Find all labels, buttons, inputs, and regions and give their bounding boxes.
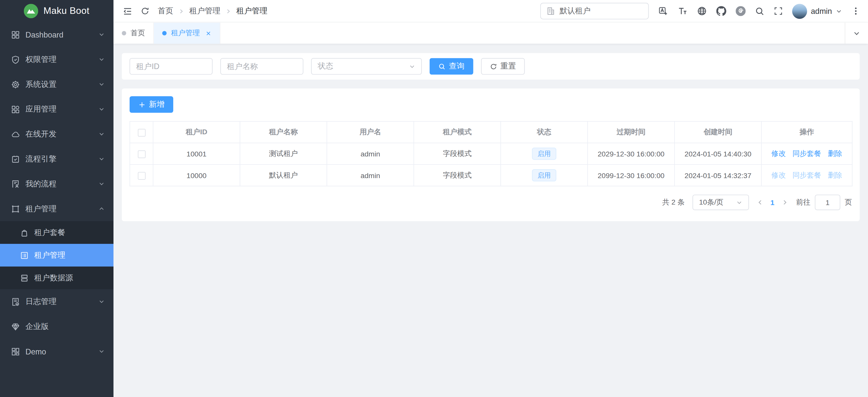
user-name: admin: [811, 6, 832, 15]
sidebar-item-online-dev[interactable]: 在线开发: [0, 122, 114, 146]
refresh-page-button[interactable]: [141, 6, 150, 15]
tab-list-dropdown-button[interactable]: [845, 23, 868, 43]
sync-package-link[interactable]: 同步套餐: [792, 171, 821, 179]
diamond-icon: [11, 322, 20, 331]
gitee-icon: [736, 6, 746, 16]
sync-package-link[interactable]: 同步套餐: [792, 150, 821, 158]
row-checkbox[interactable]: [137, 151, 145, 158]
chevron-right-icon: [225, 8, 231, 14]
cell-username: admin: [327, 165, 414, 186]
search-button[interactable]: [755, 6, 764, 15]
sidebar-item-demo[interactable]: Demo: [0, 339, 114, 364]
font-size-button[interactable]: [677, 6, 687, 16]
github-icon: [716, 6, 726, 16]
tab-home[interactable]: 首页: [114, 23, 154, 43]
search-button-label: 查询: [449, 62, 464, 71]
goto-page: 前往 页: [796, 195, 852, 210]
page-number[interactable]: 1: [770, 198, 774, 206]
sidebar-item-label: 应用管理: [26, 104, 99, 114]
search-icon: [438, 63, 446, 70]
page-size-select[interactable]: 10条/页: [692, 195, 749, 210]
translate-button[interactable]: [658, 6, 668, 16]
fullscreen-button[interactable]: [774, 6, 782, 15]
sidebar-item-label: 企业版: [26, 322, 105, 331]
language-globe-button[interactable]: [697, 6, 707, 16]
edit-link[interactable]: 修改: [771, 171, 786, 179]
delete-link[interactable]: 删除: [828, 150, 842, 158]
building-icon: [546, 6, 555, 15]
edit-link[interactable]: 修改: [771, 150, 786, 158]
grid-icon: [11, 30, 20, 39]
sidebar-item-workflow-engine[interactable]: 流程引擎: [0, 146, 114, 171]
sidebar-item-tenant-manage[interactable]: 租户管理: [0, 244, 114, 266]
refresh-icon: [141, 6, 150, 15]
list-icon: [20, 251, 29, 260]
status-select[interactable]: 状态: [311, 58, 422, 74]
prev-page-icon[interactable]: [756, 199, 763, 205]
chevron-down-icon: [99, 349, 105, 355]
layout-settings-button[interactable]: [851, 6, 860, 15]
sidebar-item-label: 租户管理: [34, 250, 105, 260]
tenant-id-input[interactable]: [130, 58, 213, 74]
demo-grid-icon: [11, 347, 20, 356]
sidebar-item-tenant-management[interactable]: 租户管理: [0, 196, 114, 221]
column-header: 过期时间: [588, 122, 675, 143]
avatar: [792, 3, 807, 19]
breadcrumb-tenant-group[interactable]: 租户管理: [189, 6, 220, 16]
chevron-down-icon: [99, 298, 105, 304]
collapse-sidebar-button[interactable]: [123, 6, 132, 15]
sidebar-item-app-management[interactable]: 应用管理: [0, 97, 114, 122]
sidebar-item-label: 日志管理: [26, 297, 99, 307]
pagination: 共 2 条 10条/页 1 前往 页: [130, 195, 852, 210]
tab-tenant-management[interactable]: 租户管理: [154, 23, 220, 43]
app-logo: Maku Boot: [0, 0, 114, 22]
apps-icon: [11, 105, 20, 113]
app-title: Maku Boot: [43, 5, 89, 16]
tenant-name-input[interactable]: [220, 58, 303, 74]
cell-create-time: 2024-01-05 14:32:37: [675, 165, 762, 186]
reset-button[interactable]: 重置: [481, 58, 525, 74]
table-row: 10001 测试租户 admin 字段模式 启用 2029-12-30 16:0…: [130, 143, 852, 165]
search-button[interactable]: 查询: [430, 58, 473, 74]
user-menu[interactable]: admin: [792, 3, 842, 19]
cell-tenant-id: 10001: [153, 143, 240, 165]
column-header: 创建时间: [675, 122, 762, 143]
status-badge: 启用: [532, 169, 556, 181]
sidebar-item-tenant-package[interactable]: 租户套餐: [0, 221, 114, 244]
fold-icon: [123, 6, 132, 15]
tenant-select[interactable]: 默认租户: [540, 3, 649, 20]
cell-expire-time: 2099-12-30 16:00:00: [588, 165, 675, 186]
row-checkbox[interactable]: [137, 172, 145, 179]
plus-icon: [138, 101, 146, 108]
next-page-icon[interactable]: [781, 199, 788, 205]
sidebar-item-my-workflow[interactable]: 我的流程: [0, 171, 114, 196]
header-select-all: [130, 122, 153, 143]
sidebar-item-permissions[interactable]: 权限管理: [0, 47, 114, 72]
breadcrumb-home[interactable]: 首页: [158, 6, 173, 16]
cell-tenant-mode: 字段模式: [414, 165, 501, 186]
topbar: 首页 租户管理 租户管理 默认租户: [114, 0, 868, 22]
sidebar-item-tenant-datasource[interactable]: 租户数据源: [0, 266, 114, 289]
tab-label: 首页: [131, 28, 145, 38]
gitee-button[interactable]: [736, 6, 746, 16]
sidebar-item-system-settings[interactable]: 系统设置: [0, 72, 114, 97]
cell-tenant-id: 10000: [153, 165, 240, 186]
close-icon[interactable]: [205, 30, 211, 36]
gear-icon: [11, 80, 20, 89]
chevron-down-icon: [99, 106, 105, 112]
select-all-checkbox[interactable]: [137, 129, 145, 136]
sidebar-item-dashboard[interactable]: Dashboard: [0, 22, 114, 47]
add-button[interactable]: 新增: [130, 96, 173, 113]
fullscreen-icon: [774, 6, 782, 15]
tenant-submenu: 租户套餐 租户管理 租户数据源: [0, 221, 114, 289]
chevron-down-icon: [99, 131, 105, 137]
document-check-icon: [11, 297, 20, 306]
goto-page-input[interactable]: [815, 195, 840, 210]
shield-check-icon: [11, 55, 20, 64]
tab-dot: [122, 31, 126, 35]
sidebar-item-label: 在线开发: [26, 129, 99, 139]
delete-link[interactable]: 删除: [828, 171, 842, 179]
sidebar-item-log-management[interactable]: 日志管理: [0, 289, 114, 314]
github-button[interactable]: [716, 6, 726, 16]
sidebar-item-enterprise[interactable]: 企业版: [0, 314, 114, 339]
